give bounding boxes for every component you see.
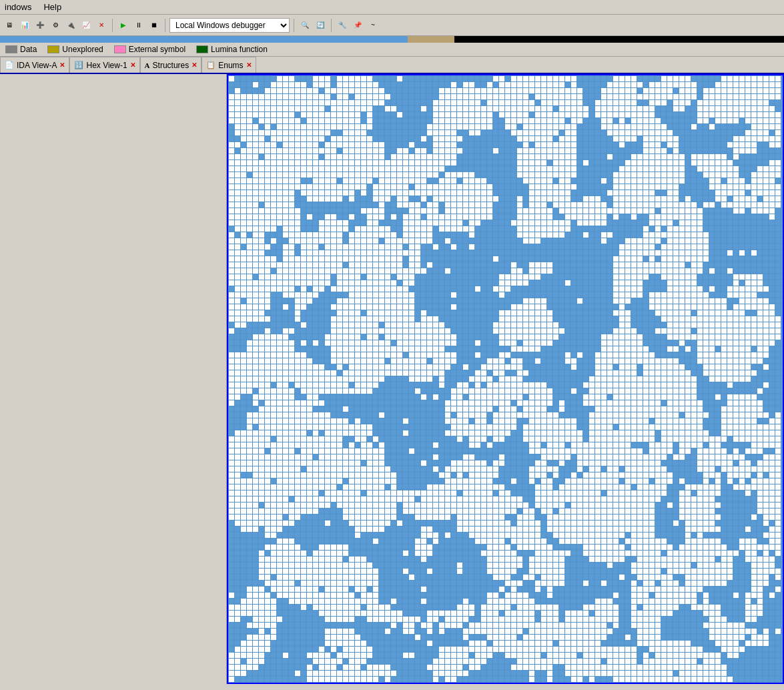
menu-bar: indows Help: [0, 0, 784, 15]
tab-ida-view-a[interactable]: 📄 IDA View-A ✕: [0, 57, 69, 73]
legend-external-color: [114, 45, 126, 53]
legend-external: External symbol: [114, 45, 185, 54]
toolbar-btn-4[interactable]: ⚙: [49, 19, 62, 32]
toolbar-stop[interactable]: ⏹: [147, 19, 161, 32]
toolbar-sep-3: [294, 19, 294, 32]
toolbar-sep-1: [112, 19, 113, 32]
legend-data-label: Data: [20, 45, 37, 54]
tab-structures-icon: A: [145, 61, 150, 69]
legend-bar: Data Unexplored External symbol Lumina f…: [0, 43, 784, 57]
toolbar-btn-3[interactable]: ➕: [33, 19, 47, 32]
tab-hex-view-1[interactable]: 🔢 Hex View-1 ✕: [69, 57, 139, 73]
menu-help[interactable]: Help: [41, 1, 63, 13]
toolbar-sep-4: [331, 19, 332, 32]
nav-view[interactable]: [227, 74, 784, 684]
toolbar-btn-7[interactable]: 🔍: [298, 19, 312, 32]
tab-structures[interactable]: A Structures ✕: [140, 57, 202, 73]
tab-structures-label: Structures: [153, 61, 189, 70]
grid-canvas[interactable]: [228, 75, 783, 683]
toolbar: 🖥 📊 ➕ ⚙ 🔌 📈 ✕ ▶ ⏸ ⏹ Local Windows debugg…: [0, 15, 784, 36]
legend-lumina-color: [196, 45, 208, 53]
tab-enums[interactable]: 📋 Enums ✕: [202, 57, 256, 73]
legend-lumina: Lumina function: [196, 45, 268, 54]
toolbar-sep-2: [165, 19, 165, 32]
legend-data: Data: [5, 45, 37, 54]
toolbar-btn-6[interactable]: 📈: [79, 19, 93, 32]
nav-color-strip: [0, 36, 784, 43]
debugger-select[interactable]: Local Windows debugger: [169, 18, 290, 33]
tab-hex-icon: 🔢: [74, 61, 83, 69]
legend-unexplored-color: [47, 45, 59, 53]
tab-ida-close[interactable]: ✕: [59, 61, 65, 69]
toolbar-btn-5[interactable]: 🔌: [64, 19, 77, 32]
legend-unexplored-label: Unexplored: [62, 45, 103, 54]
tab-enums-icon: 📋: [206, 61, 216, 69]
tabs-bar: 📄 IDA View-A ✕ 🔢 Hex View-1 ✕ A Structur…: [0, 57, 784, 74]
toolbar-btn-2[interactable]: 📊: [18, 19, 31, 32]
main-content: [0, 74, 784, 684]
toolbar-btn-8[interactable]: 🔄: [314, 19, 327, 32]
toolbar-btn-close[interactable]: ✕: [95, 19, 108, 32]
tab-ida-label: IDA View-A: [17, 61, 57, 70]
toolbar-pause[interactable]: ⏸: [132, 19, 145, 32]
toolbar-play[interactable]: ▶: [117, 19, 130, 32]
legend-lumina-label: Lumina function: [211, 45, 268, 54]
tab-ida-icon: 📄: [5, 61, 14, 69]
toolbar-btn-11[interactable]: ~: [366, 19, 380, 32]
tab-enums-label: Enums: [218, 61, 243, 70]
legend-external-label: External symbol: [129, 45, 185, 54]
menu-windows[interactable]: indows: [3, 1, 33, 13]
legend-unexplored: Unexplored: [47, 45, 103, 54]
tab-structures-close[interactable]: ✕: [191, 61, 197, 69]
toolbar-btn-9[interactable]: 🔧: [336, 19, 349, 32]
tab-enums-close[interactable]: ✕: [246, 61, 252, 69]
toolbar-btn-1[interactable]: 🖥: [3, 19, 16, 32]
legend-data-color: [5, 45, 17, 53]
tab-hex-close[interactable]: ✕: [130, 61, 135, 69]
toolbar-btn-10[interactable]: 📌: [351, 19, 364, 32]
left-panel: [0, 74, 227, 684]
tab-hex-label: Hex View-1: [86, 61, 127, 70]
